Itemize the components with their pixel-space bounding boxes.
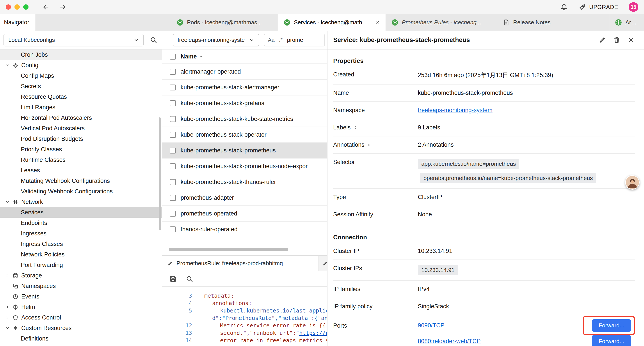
notification-badge[interactable]: 15 xyxy=(629,2,638,12)
sidebar-item-namespaces[interactable]: Namespaces xyxy=(0,281,162,291)
sidebar-item-network-policies[interactable]: Network Policies xyxy=(0,249,162,260)
minimize-window-button[interactable] xyxy=(14,4,20,10)
sidebar-item-vertical-pod-autoscalers[interactable]: Vertical Pod Autoscalers xyxy=(0,123,162,134)
forward-button-9090[interactable]: Forward... xyxy=(592,319,631,332)
sidebar-item-network[interactable]: Network xyxy=(0,197,162,207)
table-row[interactable]: prometheus-operated xyxy=(162,206,327,222)
port-link-8080[interactable]: 8080:reloader-web/TCP xyxy=(418,338,481,345)
sidebar-item-leases[interactable]: Leases xyxy=(0,165,162,176)
chevron-right-icon[interactable] xyxy=(5,305,10,309)
table-filter-area: freeleaps-monitoring-system Aa .* xyxy=(162,31,327,49)
sidebar-item-definitions[interactable]: Definitions xyxy=(0,333,162,344)
editor-tab-prometheusrule[interactable]: PrometheusRule: freeleaps-prod-rabbitmq xyxy=(162,256,319,271)
yaml-editor[interactable]: 3metadata: 4annotations: 5kubectl.kubern… xyxy=(162,287,327,346)
maximize-window-button[interactable] xyxy=(23,4,28,10)
detail-row-cluster-ips: Cluster IPs 10.233.14.91 xyxy=(333,260,635,281)
sidebar-item-ingress-classes[interactable]: Ingress Classes xyxy=(0,239,162,249)
sidebar-item-events[interactable]: Events xyxy=(0,291,162,302)
sidebar-item-config-maps[interactable]: Config Maps xyxy=(0,70,162,81)
expand-collapse-icon[interactable] xyxy=(367,143,372,147)
search-icon[interactable] xyxy=(150,36,158,44)
match-case-toggle[interactable]: Aa xyxy=(268,37,275,43)
tab-services[interactable]: Services - icecheng@math... xyxy=(278,14,386,31)
table-row[interactable]: kube-prometheus-stack-kube-state-metrics xyxy=(162,111,327,127)
tab-release-notes[interactable]: Release Notes xyxy=(497,14,609,31)
name-column-header[interactable]: Name xyxy=(180,53,204,60)
user-avatar[interactable] xyxy=(625,175,640,190)
close-tab-icon[interactable] xyxy=(376,20,380,24)
upgrade-button[interactable]: UPGRADE xyxy=(578,3,618,11)
namespace-selector-value: freeleaps-monitoring-system xyxy=(178,36,245,43)
sidebar-item-runtime-classes[interactable]: Runtime Classes xyxy=(0,155,162,165)
sidebar-item-services[interactable]: Services xyxy=(0,207,162,218)
row-checkbox[interactable] xyxy=(170,211,176,217)
kubeconfig-selector[interactable]: Local Kubeconfigs xyxy=(4,34,144,46)
sidebar-item-ingresses[interactable]: Ingresses xyxy=(0,228,162,239)
forward-arrow-icon[interactable] xyxy=(59,3,67,11)
sidebar-item-storage[interactable]: Storage xyxy=(0,270,162,281)
tab-prometheus-rules[interactable]: Prometheus Rules - icecheng... xyxy=(386,14,497,31)
sidebar-scrollbar[interactable] xyxy=(159,117,161,230)
back-arrow-icon[interactable] xyxy=(42,3,50,11)
sidebar-item-access-control[interactable]: Access Control xyxy=(0,312,162,323)
trash-icon[interactable] xyxy=(613,36,620,44)
save-icon[interactable] xyxy=(169,275,177,283)
chevron-right-icon[interactable] xyxy=(5,315,10,320)
row-checkbox[interactable] xyxy=(170,116,176,122)
sidebar-item-resource-quotas[interactable]: Resource Quotas xyxy=(0,91,162,102)
sidebar-item-custom-resources[interactable]: Custom Resources xyxy=(0,323,162,333)
expand-collapse-icon[interactable] xyxy=(353,125,358,130)
chevron-down-icon[interactable] xyxy=(5,200,10,204)
chevron-down-icon[interactable] xyxy=(5,63,10,67)
row-checkbox[interactable] xyxy=(170,132,176,138)
sidebar-item-priority-classes[interactable]: Priority Classes xyxy=(0,144,162,155)
sidebar-item-validating-webhook-configurations[interactable]: Validating Webhook Configurations xyxy=(0,186,162,197)
sidebar-item-helm[interactable]: Helm xyxy=(0,302,162,312)
regex-toggle[interactable]: .* xyxy=(279,37,283,43)
row-checkbox[interactable] xyxy=(170,226,176,232)
row-checkbox[interactable] xyxy=(170,163,176,169)
table-row[interactable]: kube-prometheus-stack-thanos-ruler xyxy=(162,174,327,190)
sidebar-item-horizontal-pod-autoscalers[interactable]: Horizontal Pod Autoscalers xyxy=(0,113,162,123)
tab-pods[interactable]: Pods - icecheng@mathmas... xyxy=(171,14,278,31)
table-row[interactable]: kube-prometheus-stack-operator xyxy=(162,127,327,143)
search-input[interactable] xyxy=(287,36,318,43)
sidebar-item-pod-disruption-budgets[interactable]: Pod Disruption Budgets xyxy=(0,134,162,144)
app-window: UPGRADE 15 Navigator Pods - icecheng@mat… xyxy=(0,0,644,346)
tab-argo[interactable]: Argo Se xyxy=(609,14,644,31)
row-checkbox[interactable] xyxy=(170,179,176,185)
forward-button-8080[interactable]: Forward... xyxy=(592,335,631,346)
sidebar-item-cron-jobs[interactable]: Cron Jobs xyxy=(0,49,162,60)
chevron-right-icon[interactable] xyxy=(5,273,10,278)
sidebar-item-endpoints[interactable]: Endpoints xyxy=(0,218,162,228)
row-checkbox[interactable] xyxy=(170,84,176,90)
table-row[interactable]: kube-prometheus-stack-grafana xyxy=(162,95,327,111)
close-drawer-icon[interactable] xyxy=(627,36,635,44)
namespace-selector[interactable]: freeleaps-monitoring-system xyxy=(173,34,259,46)
editor-tab-partial[interactable] xyxy=(319,256,327,271)
row-checkbox[interactable] xyxy=(170,100,176,106)
port-link-9090[interactable]: 9090/TCP xyxy=(418,322,444,329)
row-checkbox[interactable] xyxy=(170,148,176,153)
bell-icon[interactable] xyxy=(560,3,568,11)
table-row-selected[interactable]: kube-prometheus-stack-prometheus xyxy=(162,143,327,159)
select-all-checkbox[interactable] xyxy=(170,54,176,59)
horizontal-scrollbar[interactable] xyxy=(169,248,288,251)
sidebar-item-port-forwarding[interactable]: Port Forwarding xyxy=(0,260,162,270)
close-window-button[interactable] xyxy=(6,4,11,10)
edit-pencil-icon[interactable] xyxy=(599,36,606,44)
table-row[interactable]: alertmanager-operated xyxy=(162,64,327,80)
namespace-link[interactable]: freeleaps-monitoring-system xyxy=(418,107,492,114)
search-icon[interactable] xyxy=(186,275,193,283)
table-row[interactable]: prometheus-adapter xyxy=(162,190,327,206)
row-checkbox[interactable] xyxy=(170,195,176,201)
table-row[interactable]: kube-prometheus-stack-alertmanager xyxy=(162,80,327,95)
sidebar-item-limit-ranges[interactable]: Limit Ranges xyxy=(0,102,162,113)
row-checkbox[interactable] xyxy=(170,69,176,75)
sidebar-item-secrets[interactable]: Secrets xyxy=(0,81,162,91)
table-row[interactable]: kube-prometheus-stack-prometheus-node-ex… xyxy=(162,159,327,174)
sidebar-item-mutating-webhook-configurations[interactable]: Mutating Webhook Configurations xyxy=(0,176,162,186)
sidebar-item-config[interactable]: Config xyxy=(0,60,162,70)
table-row[interactable]: thanos-ruler-operated xyxy=(162,222,327,237)
chevron-down-icon[interactable] xyxy=(5,326,10,330)
